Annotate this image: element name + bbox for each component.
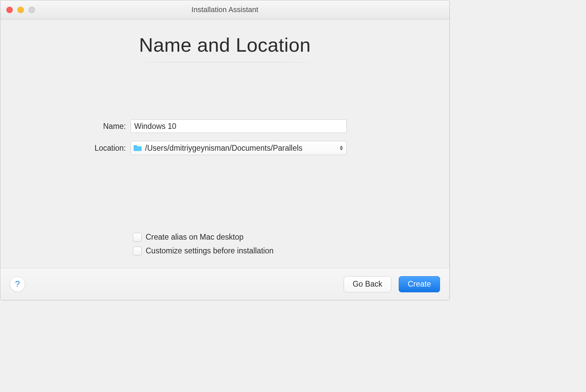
name-row: Name: <box>0 119 449 133</box>
help-icon: ? <box>15 279 20 289</box>
go-back-button[interactable]: Go Back <box>344 276 391 292</box>
customize-settings-checkbox[interactable] <box>133 247 142 255</box>
divider <box>131 62 319 62</box>
window-title: Installation Assistant <box>0 5 449 14</box>
close-window-button[interactable] <box>6 7 13 13</box>
create-alias-option: Create alias on Mac desktop <box>133 233 274 242</box>
create-label: Create <box>408 280 431 289</box>
minimize-window-button[interactable] <box>17 7 24 13</box>
create-alias-label: Create alias on Mac desktop <box>146 233 244 242</box>
content-area: Name and Location Name: Location: /Users… <box>0 19 449 268</box>
location-label: Location: <box>0 144 131 153</box>
window-controls <box>6 7 35 13</box>
name-label: Name: <box>0 122 131 131</box>
help-button[interactable]: ? <box>10 277 25 292</box>
location-dropdown[interactable]: /Users/dmitriygeynisman/Documents/Parall… <box>131 141 347 155</box>
customize-settings-option: Customize settings before installation <box>133 246 274 255</box>
dropdown-stepper-icon <box>340 146 343 150</box>
titlebar: Installation Assistant <box>0 0 449 19</box>
maximize-window-button[interactable] <box>29 7 35 13</box>
installation-assistant-window: Installation Assistant Name and Location… <box>0 0 450 300</box>
location-value: /Users/dmitriygeynisman/Documents/Parall… <box>145 144 340 153</box>
name-input[interactable] <box>131 119 347 133</box>
footer: ? Go Back Create <box>0 268 449 300</box>
page-title: Name and Location <box>139 34 311 56</box>
customize-settings-label: Customize settings before installation <box>146 246 274 255</box>
location-row: Location: /Users/dmitriygeynisman/Docume… <box>0 141 449 155</box>
go-back-label: Go Back <box>353 280 382 289</box>
form: Name: Location: /Users/dmitriygeynisman/… <box>0 119 449 155</box>
create-alias-checkbox[interactable] <box>133 233 142 242</box>
create-button[interactable]: Create <box>399 276 440 292</box>
folder-icon <box>134 145 142 151</box>
options-group: Create alias on Mac desktop Customize se… <box>133 233 274 255</box>
